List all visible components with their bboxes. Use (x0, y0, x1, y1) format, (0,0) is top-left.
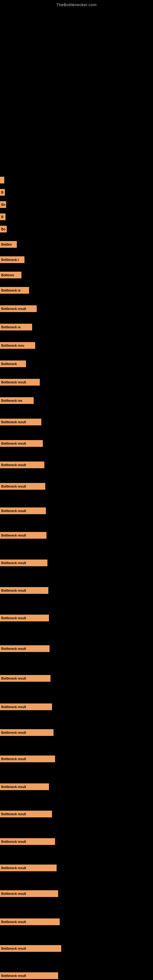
bar-label: Bottleneck result (1, 840, 26, 843)
bar-fill: B (0, 213, 5, 220)
bar-row: Bottleneck result (0, 305, 37, 312)
bar-row: Bottleneck result (0, 483, 45, 490)
bar-fill: Bottleneck result (0, 729, 54, 736)
bar-fill: Bottleneck re (0, 287, 29, 294)
bar-row: Bottleneck result (0, 645, 49, 652)
bar-fill: Bottleneck result (0, 379, 40, 385)
bar-row: B (0, 213, 5, 220)
bar-label: Bo (1, 228, 5, 231)
bar-label: B (1, 191, 3, 194)
bar-row: Bottleneck result (0, 972, 58, 979)
bar-label: Bottleneck result (1, 307, 26, 310)
bar-label: Bottleneck result (1, 892, 26, 896)
bar-row: Bottleneck r (0, 256, 24, 263)
bar-label: Bottleneck result (1, 866, 26, 870)
bar-fill: Bottleneck result (0, 615, 49, 621)
bar-label: Bottlen (1, 243, 12, 246)
bar-label: Bottleneck result (1, 647, 26, 651)
bar-row: Bottleneck result (0, 615, 49, 621)
bar-label: Bottleneck result (1, 485, 26, 488)
bar-label: Bottleneck r (1, 258, 19, 261)
bar-label: Bottleneck result (1, 509, 26, 513)
bar-row: Bottleneck result (0, 703, 52, 710)
bar-fill: Bo (0, 226, 7, 232)
bar-label: Bottleneck result (1, 920, 26, 924)
bar-fill: Bo (0, 201, 6, 208)
bar-row: B (0, 189, 5, 196)
bar-label: Bottleneck result (1, 705, 26, 709)
bar-fill: B (0, 189, 5, 196)
bar-label: Bottleneck result (1, 731, 26, 734)
bar-row: Bottleneck result (0, 756, 55, 762)
bar-label: Bottleneck result (1, 589, 26, 592)
bar-row: Bottleneck result (0, 675, 51, 682)
bar-row: Bottleneck result (0, 811, 52, 818)
bar-row: Bottleneck result (0, 945, 61, 952)
bar-fill: Bottleneck result (0, 418, 41, 425)
bar-fill: Bottleneck (0, 360, 26, 367)
bar-label: Bottleneck result (1, 562, 26, 565)
bar-row: Bottleneck result (0, 508, 46, 514)
bar-row: Bottleneck result (0, 865, 57, 871)
bars-container: BBoBBoBottlenBottleneck rBottenecBottlen… (0, 8, 153, 980)
bar-row: Bottleneck result (0, 418, 41, 425)
bar-fill: Bottleneck re (0, 324, 32, 331)
bar-label: Bottleneck result (1, 420, 26, 424)
bar-label: Bottleneck result (1, 974, 26, 978)
bar-label: Bottleneck result (1, 813, 26, 816)
bar-fill: Bottleneck resu (0, 342, 35, 349)
bar-label: Bottleneck result (1, 616, 26, 620)
bar-row: Bottleneck resu (0, 342, 35, 349)
bar-fill: Bottlen (0, 241, 17, 248)
bar-label: Bottleneck res (1, 399, 22, 402)
bar-row: Bottleneck result (0, 532, 46, 539)
bar-row: Bottleneck (0, 360, 26, 367)
bar-label: Bottleneck result (1, 463, 26, 467)
bar-row: Bo (0, 226, 7, 232)
bar-label: Bottleneck resu (1, 344, 24, 347)
bar-fill: Bottleneck result (0, 703, 52, 710)
bar-row: Bottleneck result (0, 461, 45, 468)
bar-label: Bottleneck result (1, 381, 26, 384)
bar-fill: Bottleneck result (0, 532, 46, 539)
bar-label: Bottleneck result (1, 677, 26, 680)
bar-fill: Bottleneck result (0, 811, 52, 818)
bar-row: Bottleneck result (0, 838, 55, 845)
bar-label: Bottleneck result (1, 757, 26, 761)
bar-label: Bottleneck result (1, 442, 26, 445)
bar-fill: Bottleneck result (0, 560, 48, 566)
bar-row: Bottenec (0, 272, 21, 278)
bar-row: Bottleneck result (0, 890, 58, 897)
site-title: TheBottlenecker.com (0, 0, 153, 8)
bar-row: Bottleneck res (0, 397, 33, 404)
bar-row: Bottleneck re (0, 324, 32, 331)
bar-fill: Bottleneck result (0, 890, 58, 897)
bar-fill: Bottleneck result (0, 918, 60, 925)
bar-row: Bottleneck result (0, 379, 40, 385)
bar-row: Bottlen (0, 241, 17, 248)
bar-fill: Bottleneck r (0, 256, 24, 263)
bar-fill: Bottleneck result (0, 838, 55, 845)
bar-fill: Bottleneck result (0, 645, 49, 652)
bar-fill: Bottleneck result (0, 945, 61, 952)
bar-label: Bottleneck (1, 362, 17, 366)
bar-fill: Bottleneck result (0, 508, 46, 514)
bar-fill: Bottleneck result (0, 587, 48, 594)
bar-label: Bo (1, 203, 5, 207)
bar-label: Bottleneck result (1, 947, 26, 950)
bar-row (0, 177, 4, 183)
bar-fill: Bottleneck result (0, 440, 43, 447)
bar-fill: Bottleneck result (0, 305, 37, 312)
bar-fill: Bottleneck result (0, 483, 45, 490)
bar-fill: Bottleneck result (0, 783, 49, 790)
bar-label: Bottenec (1, 274, 14, 277)
bar-label: Bottleneck result (1, 534, 26, 537)
bar-label: B (1, 215, 3, 219)
bar-fill: Bottleneck result (0, 461, 45, 468)
bar-label: Bottleneck result (1, 785, 26, 789)
bar-fill: Bottenec (0, 272, 21, 278)
bar-fill: Bottleneck result (0, 675, 51, 682)
bar-row: Bo (0, 201, 6, 208)
bar-fill: Bottleneck result (0, 865, 57, 871)
bar-label: Bottleneck re (1, 289, 21, 292)
